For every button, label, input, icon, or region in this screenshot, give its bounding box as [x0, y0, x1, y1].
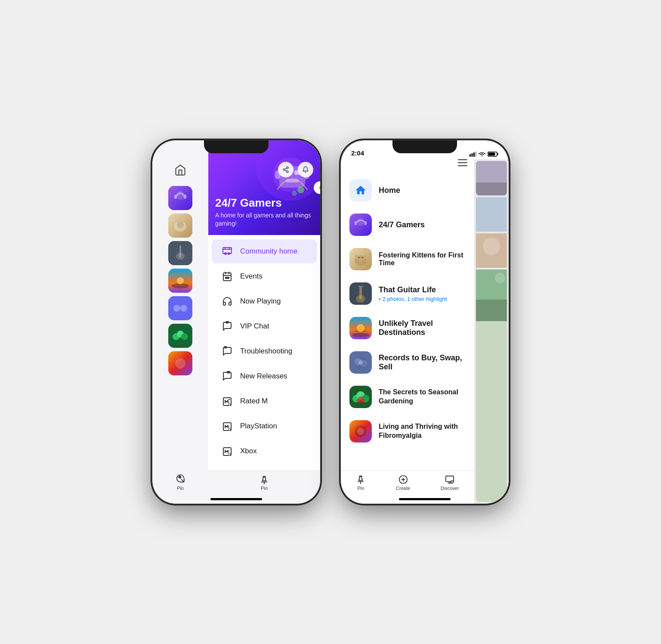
nav-records-title: Records to Buy, Swap, Sell — [379, 353, 466, 372]
menu-item-vip-chat[interactable]: VIP Chat — [212, 314, 317, 338]
menu-item-new-releases[interactable]: New Releases — [212, 364, 317, 388]
nav-gamers-avatar — [349, 214, 372, 236]
menu-label-events: Events — [240, 272, 263, 281]
rated-m-icon — [220, 394, 234, 408]
svg-point-74 — [361, 257, 363, 258]
header-actions — [278, 162, 313, 177]
svg-rect-58 — [469, 154, 471, 157]
nav-guitar-info: That Guitar Life 2 photos, 1 other highl… — [379, 285, 447, 302]
status-icons — [469, 152, 498, 157]
svg-point-92 — [358, 360, 363, 365]
svg-point-102 — [357, 428, 364, 435]
notch-left — [204, 140, 269, 153]
svg-rect-61 — [476, 152, 477, 157]
nav-item-home-info: Home — [379, 186, 400, 195]
svg-point-15 — [180, 305, 187, 312]
menu-label-rated-m: Rated M — [240, 397, 268, 406]
sidebar-avatar-kittens[interactable] — [168, 214, 192, 238]
menu-item-pc[interactable]: PC — [212, 464, 317, 471]
bell-button[interactable] — [298, 162, 313, 177]
phone1-pin-tab[interactable]: Pin — [259, 475, 269, 491]
svg-rect-36 — [223, 248, 232, 254]
playstation-icon — [220, 419, 234, 433]
sidebar-avatar-gardening[interactable] — [168, 324, 192, 348]
menu-item-rated-m[interactable]: Rated M — [212, 389, 317, 413]
menu-item-now-playing[interactable]: Now Playing — [212, 289, 317, 313]
phone-left: Pin — [152, 140, 320, 504]
sidebar-avatar-friends[interactable] — [168, 296, 192, 320]
home-indicator-right — [399, 498, 451, 500]
sidebar-home-icon[interactable] — [170, 159, 191, 181]
nav-item-records[interactable]: Records to Buy, Swap, Sell — [341, 345, 474, 380]
nav-guitar-subtitle: 2 photos, 1 other highlight — [379, 296, 447, 302]
nav-travel-avatar — [349, 317, 372, 339]
nav-item-home[interactable]: Home — [341, 173, 474, 207]
menu-label-troubleshooting: Troubleshooting — [240, 347, 292, 356]
nav-item-kittens[interactable]: Fostering Kittens for First Time — [341, 242, 474, 276]
svg-point-81 — [360, 297, 361, 299]
nav-item-guitar[interactable]: That Guitar Life 2 photos, 1 other highl… — [341, 276, 474, 311]
menu-label-new-releases: New Releases — [240, 372, 287, 381]
svg-point-19 — [181, 333, 188, 340]
events-icon — [220, 269, 234, 283]
svg-rect-69 — [364, 221, 367, 225]
svg-rect-44 — [228, 277, 229, 279]
menu-label-xbox: Xbox — [240, 447, 257, 455]
svg-rect-82 — [358, 286, 360, 287]
svg-point-14 — [173, 305, 180, 312]
nav-records-info: Records to Buy, Swap, Sell — [379, 353, 466, 372]
nav-item-gamers[interactable]: 24/7 Gamers — [341, 207, 474, 242]
phone2-discover-label: Discover — [441, 486, 459, 491]
sidebar-avatar-guitar[interactable] — [168, 241, 192, 265]
svg-point-72 — [357, 254, 364, 262]
svg-point-6 — [177, 221, 184, 228]
menu-label-community-home: Community home — [240, 247, 297, 256]
svg-point-98 — [356, 399, 360, 402]
svg-point-21 — [175, 358, 185, 368]
menu-label-playstation: PlayStation — [240, 422, 277, 430]
share-button[interactable] — [278, 162, 293, 177]
sidebar-avatar-travel[interactable] — [168, 269, 192, 293]
nav-item-gardening[interactable]: The Secrets to Seasonal Gardening — [341, 380, 474, 414]
nav-list: Home — [341, 170, 474, 470]
sidebar: Pin — [152, 140, 208, 504]
svg-rect-2 — [174, 195, 177, 199]
sidebar-avatar-fibro[interactable] — [168, 351, 192, 375]
community-title: 24/7 Gamers — [215, 196, 313, 210]
menu-item-community-home[interactable]: Community home — [212, 239, 317, 263]
nav-item-fibro[interactable]: Living and Thriving with Fibromyalgia — [341, 414, 474, 449]
now-playing-icon — [220, 294, 234, 308]
nav-fibro-title: Living and Thriving with Fibromyalgia — [379, 422, 466, 440]
svg-rect-39 — [223, 273, 231, 281]
menu-item-events[interactable]: Events — [212, 264, 317, 288]
svg-point-119 — [495, 273, 505, 283]
xbox-icon — [220, 444, 234, 458]
nav-item-travel[interactable]: Unlikely Travel Destinations — [341, 311, 474, 345]
nav-travel-info: Unlikely Travel Destinations — [379, 319, 466, 337]
nav-fibro-avatar — [349, 420, 372, 443]
svg-rect-118 — [476, 300, 507, 321]
nav-guitar-avatar — [349, 282, 372, 305]
svg-rect-60 — [473, 152, 475, 157]
nav-home-icon — [349, 179, 372, 201]
menu-item-troubleshooting[interactable]: Troubleshooting — [212, 339, 317, 363]
vip-chat-icon — [220, 319, 234, 333]
svg-point-30 — [292, 191, 297, 196]
svg-rect-59 — [472, 153, 473, 157]
phone2-create-tab[interactable]: Create — [396, 475, 410, 491]
sidebar-pin-button[interactable]: Pin — [176, 474, 185, 491]
notch-right — [392, 140, 457, 153]
menu-item-playstation[interactable]: PlayStation — [212, 414, 317, 438]
menu-label-now-playing: Now Playing — [240, 297, 281, 306]
sidebar-avatar-gamers[interactable] — [168, 186, 192, 210]
svg-point-73 — [358, 257, 360, 258]
hamburger-menu[interactable] — [458, 159, 467, 166]
svg-point-85 — [352, 333, 369, 337]
menu-item-xbox[interactable]: Xbox — [212, 439, 317, 463]
svg-rect-64 — [497, 153, 498, 155]
nav-kittens-info: Fostering Kittens for First Time — [379, 251, 466, 267]
phone2-pin-tab[interactable]: Pin — [356, 475, 365, 491]
phone2-discover-tab[interactable]: Discover — [441, 475, 459, 491]
menu-label-vip-chat: VIP Chat — [240, 322, 269, 331]
phone-right: 2:04 — [341, 140, 509, 504]
